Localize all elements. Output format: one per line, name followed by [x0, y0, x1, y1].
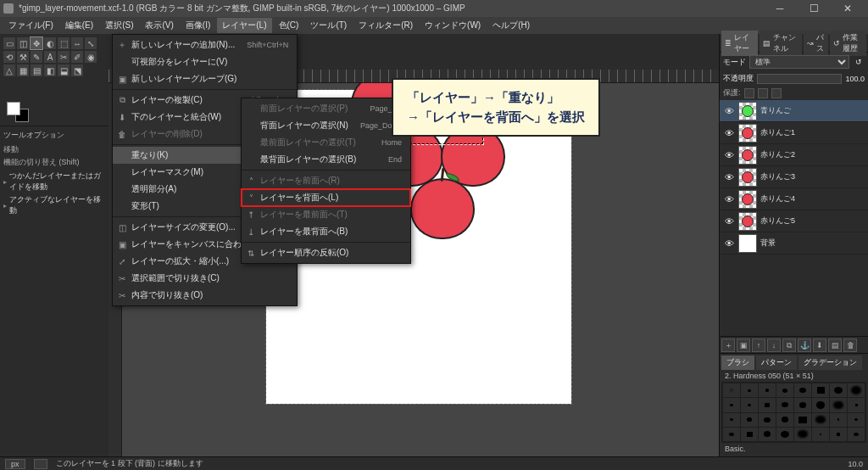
- menu-item[interactable]: ✂内容で切り抜き(O): [113, 287, 297, 304]
- brush-preset[interactable]: [794, 383, 811, 397]
- brush-preset[interactable]: [848, 428, 865, 441]
- brush-preset[interactable]: [723, 428, 740, 441]
- brush-tab[interactable]: パターン: [756, 355, 797, 370]
- dock-tab[interactable]: ↺作業履歴: [830, 31, 866, 56]
- tool-button[interactable]: ✥: [31, 37, 42, 49]
- visibility-eye-icon[interactable]: 👁: [723, 128, 735, 138]
- brush-preset[interactable]: [812, 383, 829, 397]
- brush-preset[interactable]: [830, 383, 847, 397]
- layer-toolbar-button[interactable]: ↑: [752, 339, 765, 352]
- brush-preset[interactable]: [759, 428, 776, 441]
- visibility-eye-icon[interactable]: 👁: [723, 194, 735, 204]
- menubar-item[interactable]: 表示(V): [140, 18, 178, 33]
- layer-row[interactable]: 👁赤りんご3: [720, 166, 868, 188]
- brush-preset[interactable]: [741, 413, 758, 427]
- menubar-item[interactable]: ツール(T): [305, 18, 352, 33]
- brush-preset[interactable]: [723, 413, 740, 427]
- visibility-eye-icon[interactable]: 👁: [723, 106, 735, 116]
- lock-position-icon[interactable]: [758, 88, 768, 98]
- lock-alpha-icon[interactable]: [771, 88, 782, 98]
- layer-toolbar-button[interactable]: ⧉: [782, 339, 796, 352]
- visibility-eye-icon[interactable]: 👁: [723, 216, 735, 227]
- tool-button[interactable]: ⬚: [58, 37, 70, 49]
- tool-button[interactable]: ✎: [31, 51, 42, 63]
- tool-button[interactable]: ✂: [58, 51, 70, 63]
- tool-button[interactable]: ↔: [71, 37, 83, 49]
- layer-toolbar-button[interactable]: 🗑: [843, 339, 857, 352]
- menu-item[interactable]: ⇅レイヤー順序の反転(O): [242, 244, 410, 261]
- layer-row[interactable]: 👁赤りんご2: [720, 144, 868, 166]
- brush-preset[interactable]: [776, 428, 793, 441]
- layer-row[interactable]: 👁赤りんご4: [720, 188, 868, 210]
- brush-tab[interactable]: ブラシ: [721, 355, 754, 370]
- close-button[interactable]: ✕: [831, 1, 865, 16]
- brush-preset[interactable]: [794, 413, 811, 427]
- menu-item[interactable]: ⤓レイヤーを最背面へ(B): [242, 223, 410, 240]
- layer-row[interactable]: 👁赤りんご5: [720, 210, 868, 232]
- menubar-item[interactable]: 色(C): [274, 18, 304, 33]
- tool-button[interactable]: ◧: [44, 64, 56, 76]
- brush-preset[interactable]: [741, 428, 758, 441]
- brush-preset[interactable]: [723, 398, 740, 411]
- layer-toolbar-button[interactable]: ▣: [737, 339, 750, 352]
- menu-item[interactable]: ˅レイヤーを背面へ(L): [242, 189, 410, 206]
- layer-row[interactable]: 👁背景: [720, 232, 868, 255]
- status-unit[interactable]: px: [5, 459, 25, 469]
- brush-preset[interactable]: [776, 398, 793, 411]
- tool-button[interactable]: ⬓: [58, 64, 70, 76]
- brush-preset[interactable]: [812, 428, 829, 441]
- tool-option-1[interactable]: つかんだレイヤーまたはガイドを移動: [3, 170, 105, 193]
- brush-preset[interactable]: [741, 398, 758, 411]
- menu-item[interactable]: ▣新しいレイヤーグループ(G): [113, 70, 297, 87]
- fg-color[interactable]: [7, 102, 20, 115]
- layer-toolbar-button[interactable]: ⚓: [798, 339, 811, 352]
- brush-preset[interactable]: [776, 413, 793, 427]
- menu-item[interactable]: 可視部分をレイヤーに(V): [113, 53, 297, 70]
- maximize-button[interactable]: ☐: [797, 1, 831, 16]
- tool-button[interactable]: ⤡: [85, 37, 97, 49]
- tool-button[interactable]: ▭: [3, 37, 15, 49]
- menu-item[interactable]: 最背面レイヤーの選択(B)End: [242, 151, 410, 168]
- color-swatch[interactable]: [7, 102, 29, 122]
- layer-toolbar-button[interactable]: ＋: [721, 339, 735, 352]
- menu-item[interactable]: ＋新しいレイヤーの追加(N)...Shift+Ctrl+N: [113, 36, 297, 53]
- minimize-button[interactable]: ─: [763, 1, 797, 16]
- dock-tab[interactable]: ≣レイヤー: [721, 31, 758, 56]
- brush-preset[interactable]: [848, 413, 865, 427]
- brush-preset[interactable]: [741, 383, 758, 397]
- brush-preset[interactable]: [759, 383, 776, 397]
- menu-item[interactable]: 背面レイヤーの選択(N)Page_Down: [242, 117, 410, 134]
- tool-button[interactable]: ◫: [17, 37, 29, 49]
- tool-button[interactable]: △: [3, 64, 15, 76]
- tool-button[interactable]: ⟲: [3, 51, 15, 63]
- brush-preset[interactable]: [848, 383, 865, 397]
- brush-preset[interactable]: [794, 398, 811, 411]
- dock-tab[interactable]: ▤チャンネル: [760, 31, 802, 56]
- brush-preset[interactable]: [759, 398, 776, 411]
- brush-preset[interactable]: [723, 383, 740, 397]
- tool-option-2[interactable]: アクティブなレイヤーを移動: [3, 193, 105, 217]
- visibility-eye-icon[interactable]: 👁: [723, 150, 735, 160]
- opacity-slider[interactable]: [757, 74, 842, 84]
- blend-mode-select[interactable]: 標準: [749, 55, 849, 69]
- layer-toolbar-button[interactable]: ▤: [828, 339, 842, 352]
- brush-preset[interactable]: [812, 413, 829, 427]
- layer-row[interactable]: 👁青りんご: [720, 100, 868, 122]
- visibility-eye-icon[interactable]: 👁: [723, 238, 735, 249]
- tool-button[interactable]: ◐: [44, 37, 56, 49]
- tool-button[interactable]: ⚒: [17, 51, 29, 63]
- tool-button[interactable]: ▤: [31, 64, 42, 76]
- menubar-item[interactable]: 編集(E): [60, 18, 98, 33]
- layer-toolbar-button[interactable]: ↓: [767, 339, 781, 352]
- dock-tab[interactable]: ↝パス: [804, 31, 828, 56]
- tool-button[interactable]: ⬔: [71, 64, 83, 76]
- brush-preset[interactable]: [794, 428, 811, 441]
- layer-toolbar-button[interactable]: ⬇: [813, 339, 826, 352]
- visibility-eye-icon[interactable]: 👁: [723, 172, 735, 182]
- menubar-item[interactable]: 画像(I): [181, 18, 215, 33]
- menubar-item[interactable]: ヘルプ(H): [487, 18, 535, 33]
- brush-preset[interactable]: [830, 398, 847, 411]
- menubar-item[interactable]: フィルター(R): [353, 18, 418, 33]
- tool-button[interactable]: ✐: [71, 51, 83, 63]
- menubar-item[interactable]: ウィンドウ(W): [420, 18, 486, 33]
